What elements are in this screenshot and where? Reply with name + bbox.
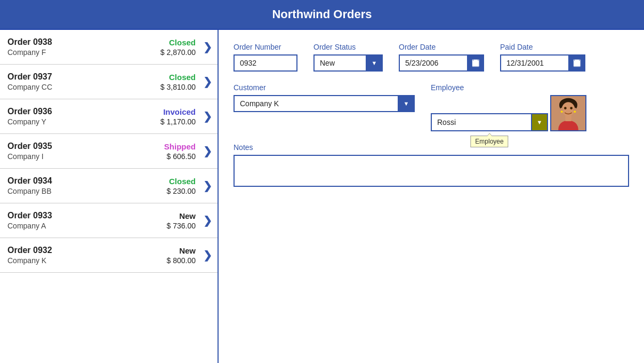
order-info: Order 0932 Company K xyxy=(7,246,167,265)
order-company: Company K xyxy=(7,256,167,265)
order-date-wrapper xyxy=(399,54,484,72)
svg-point-8 xyxy=(561,111,563,113)
employee-dropdown-btn[interactable] xyxy=(532,113,548,131)
employee-dropdown-wrapper: Employee xyxy=(431,113,548,131)
order-amount: $ 1,170.00 xyxy=(160,117,196,126)
chevron-right-icon: ❯ xyxy=(203,179,212,192)
order-info: Order 0937 Company CC xyxy=(7,72,160,91)
notes-label: Notes xyxy=(234,143,629,152)
order-amount: $ 736.00 xyxy=(167,222,196,230)
customer-label: Customer xyxy=(234,83,415,92)
employee-input[interactable] xyxy=(431,113,532,131)
list-item[interactable]: Order 0937 Company CC Closed $ 3,810.00 … xyxy=(0,65,218,99)
order-right: Shipped $ 606.50 xyxy=(164,142,196,161)
order-info: Order 0938 Company F xyxy=(7,37,160,57)
customer-group: Customer Company K Company A Company F xyxy=(234,83,415,112)
orders-list: Order 0938 Company F Closed $ 2,870.00 ❯… xyxy=(0,30,219,363)
customer-select-wrapper: Company K Company A Company F xyxy=(234,95,415,112)
order-number: Order 0934 xyxy=(7,176,167,186)
order-right: Invoiced $ 1,170.00 xyxy=(160,107,196,126)
list-item[interactable]: Order 0936 Company Y Invoiced $ 1,170.00… xyxy=(0,99,218,134)
customer-select[interactable]: Company K Company A Company F xyxy=(234,95,415,112)
list-item[interactable]: Order 0932 Company K New $ 800.00 ❯ xyxy=(0,238,218,273)
chevron-right-icon: ❯ xyxy=(203,41,212,53)
order-date-calendar-icon[interactable] xyxy=(467,54,484,72)
order-number-label: Order Number xyxy=(234,43,297,51)
employee-input-row xyxy=(431,113,548,131)
app-title: Northwind Orders xyxy=(272,7,372,21)
order-company: Company Y xyxy=(7,117,160,126)
order-right: Closed $ 230.00 xyxy=(167,177,196,195)
order-number: Order 0938 xyxy=(7,37,160,47)
order-company: Company A xyxy=(7,222,167,230)
svg-rect-3 xyxy=(565,114,571,121)
chevron-right-icon: ❯ xyxy=(203,75,212,88)
list-item[interactable]: Order 0935 Company I Shipped $ 606.50 ❯ xyxy=(0,134,218,169)
chevron-right-icon: ❯ xyxy=(203,249,212,262)
paid-date-wrapper xyxy=(500,54,585,72)
order-company: Company CC xyxy=(7,83,160,91)
order-detail-panel: Order Number Order Status New Shipped In… xyxy=(219,30,644,363)
order-status-select[interactable]: New Shipped Invoiced Closed xyxy=(313,54,383,72)
chevron-right-icon: ❯ xyxy=(203,110,212,123)
order-status: Closed xyxy=(167,177,196,186)
list-item[interactable]: Order 0934 Company BB Closed $ 230.00 ❯ xyxy=(0,169,218,203)
order-info: Order 0935 Company I xyxy=(7,141,164,161)
order-company: Company BB xyxy=(7,187,167,195)
paid-date-calendar-icon[interactable] xyxy=(568,54,585,72)
order-number: Order 0935 xyxy=(7,141,164,151)
paid-date-label: Paid Date xyxy=(500,43,585,51)
order-date-label: Order Date xyxy=(399,43,484,51)
order-status: Closed xyxy=(160,73,196,82)
order-right: New $ 736.00 xyxy=(167,211,196,230)
notes-textarea[interactable] xyxy=(234,155,629,187)
order-right: Closed $ 3,810.00 xyxy=(160,73,196,91)
list-item[interactable]: Order 0938 Company F Closed $ 2,870.00 ❯ xyxy=(0,30,218,65)
svg-point-6 xyxy=(564,107,567,109)
employee-group: Employee Employee xyxy=(431,83,586,131)
order-amount: $ 800.00 xyxy=(167,256,196,265)
notes-group: Notes xyxy=(234,143,629,187)
order-info: Order 0933 Company A xyxy=(7,211,167,230)
order-info: Order 0934 Company BB xyxy=(7,176,167,195)
order-right: Closed $ 2,870.00 xyxy=(160,38,196,57)
order-company: Company F xyxy=(7,48,160,57)
employee-photo xyxy=(550,95,586,131)
order-number: Order 0937 xyxy=(7,72,160,82)
svg-point-7 xyxy=(570,107,573,109)
chevron-right-icon: ❯ xyxy=(203,214,212,227)
order-status: Invoiced xyxy=(160,107,196,116)
order-status: Shipped xyxy=(164,142,196,151)
order-status-group: Order Status New Shipped Invoiced Closed xyxy=(313,43,383,72)
order-info: Order 0936 Company Y xyxy=(7,107,160,126)
order-amount: $ 2,870.00 xyxy=(160,48,196,57)
list-item[interactable]: Order 0933 Company A New $ 736.00 ❯ xyxy=(0,203,218,238)
order-number: Order 0936 xyxy=(7,107,160,116)
order-amount: $ 606.50 xyxy=(164,152,196,161)
chevron-right-icon: ❯ xyxy=(203,145,212,157)
order-number-group: Order Number xyxy=(234,43,297,72)
svg-point-9 xyxy=(574,111,576,113)
order-status-select-wrapper: New Shipped Invoiced Closed xyxy=(313,54,383,72)
paid-date-group: Paid Date xyxy=(500,43,585,72)
order-date-group: Order Date xyxy=(399,43,484,72)
order-number: Order 0933 xyxy=(7,211,167,220)
order-number: Order 0932 xyxy=(7,246,167,255)
employee-label: Employee xyxy=(431,83,586,92)
order-amount: $ 3,810.00 xyxy=(160,83,196,91)
employee-section: Employee xyxy=(431,95,586,131)
order-status: New xyxy=(167,211,196,220)
order-status-label: Order Status xyxy=(313,43,383,51)
order-number-input[interactable] xyxy=(234,54,297,72)
order-status: Closed xyxy=(160,38,196,47)
order-amount: $ 230.00 xyxy=(167,187,196,195)
order-status: New xyxy=(167,246,196,255)
app-header: Northwind Orders xyxy=(0,0,644,30)
order-company: Company I xyxy=(7,152,164,161)
order-right: New $ 800.00 xyxy=(167,246,196,265)
